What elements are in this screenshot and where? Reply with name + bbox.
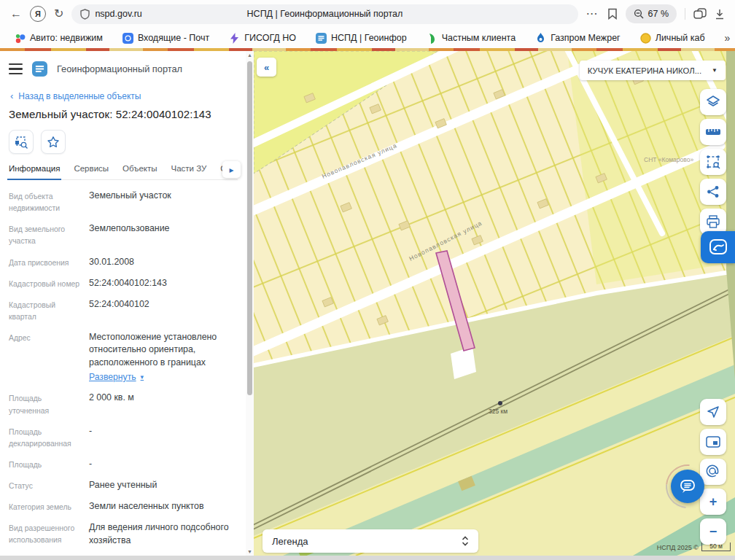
panel-scrollbar[interactable]: ▲ ▼: [246, 51, 254, 556]
map-canvas[interactable]: 325 км Новопавловская улица Новопавловск…: [254, 51, 735, 556]
leaf-icon: [427, 33, 438, 44]
reload-icon[interactable]: ↻: [54, 8, 63, 20]
field-row: Кадастровый номер52:24:0040102:143: [9, 277, 238, 290]
bookmark-lichny[interactable]: Личный каб: [640, 33, 705, 44]
shield-icon: [80, 9, 90, 20]
scroll-down-icon[interactable]: ▼: [246, 549, 254, 554]
zoom-to-object-button[interactable]: [9, 130, 34, 154]
zoom-to-object-icon: [15, 136, 28, 149]
field-row: Кадастровый квартал52:24:0040102: [9, 298, 238, 323]
share-button[interactable]: [700, 179, 726, 205]
app-title: Геоинформационный портал: [57, 63, 182, 74]
bookmarks-overflow-chevron[interactable]: »: [725, 32, 731, 44]
legend-dropdown[interactable]: Легенда: [262, 529, 478, 553]
field-row: Вид объекта недвижимостиЗемельный участо…: [9, 190, 238, 214]
minimap-icon: [706, 436, 720, 448]
more-icon[interactable]: ⋯: [586, 8, 599, 20]
menu-icon[interactable]: [9, 63, 23, 74]
bookmark-icon[interactable]: [607, 8, 618, 20]
mail-icon: [122, 33, 133, 44]
chat-support-button[interactable]: [671, 470, 704, 503]
select-area-icon: [706, 155, 720, 169]
caret-down-icon: ▼: [712, 67, 718, 74]
minimap-button[interactable]: [700, 429, 726, 455]
share-icon: [707, 185, 720, 198]
tab-servisy[interactable]: Сервисы: [74, 164, 109, 173]
bookmark-avito[interactable]: Авито: недвижим: [15, 33, 103, 44]
browser-toolbar: ← Я ↻ nspd.gov.ru НСПД | Геоинформационн…: [0, 0, 735, 28]
panel-header: Геоинформационный портал: [9, 58, 238, 84]
chevron-left-icon: ‹: [10, 90, 13, 101]
field-row: Площадь уточненная2 000 кв. м: [9, 392, 238, 416]
zoom-out-button[interactable]: −: [700, 518, 726, 545]
yandex-icon[interactable]: Я: [30, 6, 46, 22]
railway-marker-label: 325 км: [489, 408, 508, 415]
snt-label: СНТ «Комарово»: [644, 156, 693, 163]
zoom-level: 67 %: [648, 9, 669, 19]
scrollbar-thumb[interactable]: [247, 61, 252, 395]
address-bar[interactable]: nspd.gov.ru НСПД | Геоинформационный пор…: [71, 4, 578, 24]
field-row: Дата присвоения30.01.2008: [9, 256, 238, 269]
back-icon[interactable]: ←: [10, 8, 22, 20]
field-row: Категория земельЗемли населенных пунктов: [9, 500, 238, 513]
cadastral-map[interactable]: 325 км Новопавловская улица Новопавловск…: [254, 51, 735, 556]
object-fields: Вид объекта недвижимостиЗемельный участо…: [9, 190, 238, 556]
field-row: Вид разрешенного использованияДля ведени…: [9, 521, 238, 547]
field-row-address: Адрес Местоположение установлено относит…: [9, 331, 238, 384]
extensions-icon[interactable]: [693, 8, 707, 20]
avito-icon: [15, 33, 26, 44]
identify-tool-icon: [709, 238, 728, 256]
user-name: КУЧУК ЕКАТЕРИНА НИКОЛ...: [588, 66, 701, 75]
select-area-button[interactable]: [700, 149, 726, 175]
nspd-logo-icon: [32, 61, 47, 77]
bookmark-nspd[interactable]: НСПД | Геоинфор: [316, 33, 407, 44]
bookmark-mail[interactable]: Входящие - Почт: [122, 33, 209, 44]
layers-icon: [706, 95, 720, 109]
page-title: НСПД | Геоинформационный портал: [71, 9, 578, 19]
map-attribution: НСПД 2025 ©: [657, 544, 699, 551]
bookmarks-bar: Авито: недвижим Входящие - Почт ГИСОГД Н…: [0, 28, 735, 48]
user-account-dropdown[interactable]: КУЧУК ЕКАТЕРИНА НИКОЛ... ▼: [580, 61, 726, 80]
favorite-button[interactable]: [41, 130, 66, 154]
zoom-control[interactable]: 67 %: [626, 4, 677, 23]
railway-marker-dot: [498, 401, 502, 405]
locate-button[interactable]: [700, 399, 726, 425]
object-title: Земельный участок: 52:24:0040102:143: [9, 108, 238, 120]
window-bottom-edge: [0, 556, 735, 560]
tab-chasti-zu[interactable]: Части ЗУ: [171, 164, 207, 173]
lightning-icon: [229, 33, 240, 44]
tabs-scroll-right-button[interactable]: ▸: [222, 161, 241, 178]
chevron-down-icon: ▾: [141, 373, 144, 382]
bookmark-gazprom[interactable]: Газпром Межрег: [535, 33, 621, 44]
printer-icon: [706, 215, 720, 229]
layers-button[interactable]: [700, 89, 726, 115]
ruler-icon: [705, 125, 721, 139]
map-toolbar: [700, 89, 726, 235]
field-row: Площадь декларированная-: [9, 425, 238, 450]
field-row: Вид земельного участкаЗемлепользование: [9, 222, 238, 247]
field-row: СтатусРанее учтенный: [9, 479, 238, 492]
legend-label: Легенда: [272, 536, 308, 547]
panel-tabs: Информация Сервисы Объекты Части ЗУ Сост…: [9, 164, 238, 180]
account-icon: [640, 33, 651, 44]
field-row: Площадь-: [9, 458, 238, 471]
bookmark-gisogd[interactable]: ГИСОГД НО: [229, 33, 296, 44]
expand-address-link[interactable]: Развернуть▾: [89, 371, 144, 384]
flame-icon: [535, 33, 546, 44]
star-icon: [47, 136, 60, 149]
scale-bar: 50 м: [701, 542, 731, 551]
locate-arrow-icon: [707, 405, 720, 419]
url-text: nspd.gov.ru: [95, 9, 141, 19]
measure-button[interactable]: [700, 119, 726, 145]
nspd-icon: [316, 33, 327, 44]
info-panel: Геоинформационный портал ‹ Назад в выдел…: [0, 51, 254, 556]
downloads-icon[interactable]: [715, 9, 725, 20]
bookmark-chastnym[interactable]: Частным клиента: [427, 33, 516, 44]
back-to-selected-link[interactable]: ‹ Назад в выделенные объекты: [10, 90, 238, 101]
collapse-panel-button[interactable]: «: [257, 58, 276, 77]
scroll-up-icon[interactable]: ▲: [246, 52, 254, 58]
identify-tool-button-active[interactable]: [701, 231, 735, 263]
tab-obekty[interactable]: Объекты: [122, 164, 157, 173]
tab-informatsiya[interactable]: Информация: [9, 164, 60, 173]
chat-bubble-icon: [679, 478, 696, 495]
